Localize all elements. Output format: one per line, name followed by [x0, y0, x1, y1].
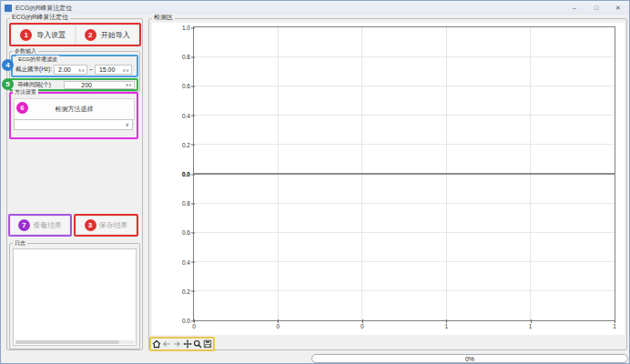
ytick-label: 0.2 — [170, 141, 190, 147]
annotation-box-view-results: 7 查看结果 — [8, 214, 72, 237]
cutoff-high-spinbox[interactable]: 15.00 ∧∨ — [95, 65, 132, 75]
cutoff-low-value: 2.00 — [55, 66, 71, 73]
log-horizontal-scrollbar[interactable] — [15, 340, 135, 344]
annotation-marker-2: 2 — [85, 29, 97, 41]
param-group-title: 参数输入 — [13, 47, 38, 55]
import-settings-button[interactable]: 1 导入设置 — [11, 25, 76, 45]
save-results-button[interactable]: 3 保存结果 — [76, 216, 137, 235]
scrollbar-thumb[interactable] — [15, 340, 119, 344]
xtick-label: 1 — [605, 323, 624, 329]
peak-interval-spinbox[interactable]: 200 ∧∨ — [64, 81, 135, 89]
ytick-label: 0.2 — [170, 288, 190, 294]
plot-axes: 1.0 0.8 0.6 0.4 0.2 0.0 0.8 0.6 0.4 0.2 … — [193, 26, 615, 321]
window-controls: – □ ✕ — [564, 1, 629, 15]
save-results-label: 保存结果 — [99, 220, 128, 230]
chevron-down-icon: ∨ — [126, 122, 129, 127]
cutoff-low-spinbox[interactable]: 2.00 ∧∨ — [54, 65, 87, 75]
ytick-label: 0.6 — [170, 229, 190, 236]
annotation-marker-6: 6 — [16, 102, 28, 114]
start-import-label: 开始导入 — [101, 30, 130, 40]
plot-toolbar — [149, 337, 215, 351]
annotation-marker-1: 1 — [20, 29, 32, 41]
bandpass-group-title: ECG的带通滤波 — [16, 56, 59, 63]
annotation-marker-4: 4 — [2, 59, 14, 71]
method-select-label: 检测方法选择 — [56, 105, 94, 114]
app-icon — [5, 5, 12, 12]
plot-panel-title: 检测区 — [152, 14, 175, 21]
ytick-label: 0.4 — [170, 112, 190, 118]
forward-arrow-icon[interactable] — [172, 339, 182, 349]
ytick-label-middle: 0.0 — [170, 171, 190, 177]
app-window: ECG的R峰算法定位 – □ ✕ ECG的R峰算法定位 1 导入设置 2 开始导… — [0, 0, 630, 364]
annotation-marker-5: 5 — [2, 78, 14, 90]
pan-icon[interactable] — [182, 339, 192, 349]
spinner-arrows-icon[interactable]: ∧∨ — [78, 67, 86, 73]
method-group-title: 方法设置 — [13, 88, 38, 96]
maximize-button[interactable]: □ — [585, 1, 607, 15]
minimize-button[interactable]: – — [564, 1, 585, 15]
xtick-label: 1 — [437, 323, 455, 329]
start-import-button[interactable]: 2 开始导入 — [76, 25, 140, 45]
view-results-button[interactable]: 7 查看结果 — [10, 216, 70, 235]
log-group-title: 日志 — [13, 239, 27, 247]
xtick-label: 1 — [522, 323, 540, 329]
left-panel-title: ECG的R峰算法定位 — [10, 14, 70, 21]
back-arrow-icon[interactable] — [161, 339, 171, 349]
progress-bar: 0% — [311, 354, 628, 363]
ytick-label: 1.0 — [170, 25, 190, 31]
xtick-label: 0 — [353, 323, 371, 329]
log-textarea[interactable] — [13, 248, 137, 346]
annotation-marker-3: 3 — [85, 219, 97, 231]
view-results-label: 查看结果 — [33, 220, 62, 230]
annotation-box-save-results: 3 保存结果 — [74, 214, 138, 237]
cutoff-separator: ~ — [89, 66, 93, 73]
close-button[interactable]: ✕ — [607, 1, 629, 15]
annotation-box-method: 检测方法选择 ∨ — [9, 92, 138, 139]
spinner-arrows-icon[interactable]: ∧∨ — [126, 82, 134, 87]
ytick-label: 0.8 — [170, 54, 190, 60]
cutoff-row: 截止频率(Hz): 2.00 ∧∨ ~ 15.00 ∧∨ — [15, 65, 135, 75]
xtick-label: 0 — [185, 323, 203, 329]
home-icon[interactable] — [151, 339, 161, 349]
peak-interval-value: 200 — [81, 82, 92, 88]
import-settings-label: 导入设置 — [36, 30, 66, 40]
title-bar: ECG的R峰算法定位 – □ ✕ — [1, 1, 629, 15]
progress-text: 0% — [465, 356, 474, 362]
cutoff-high-value: 15.00 — [96, 66, 116, 73]
window-title: ECG的R峰算法定位 — [15, 4, 72, 13]
xtick-label: 0 — [269, 323, 287, 329]
log-groupbox — [9, 243, 140, 349]
cutoff-label: 截止频率(Hz): — [15, 66, 52, 74]
ytick-label: 0.6 — [170, 83, 190, 89]
annotation-box-bandpass: ECG的带通滤波 截止频率(Hz): 2.00 ∧∨ ~ 15.00 ∧∨ — [11, 55, 138, 77]
annotation-marker-7: 7 — [18, 219, 30, 231]
spinner-arrows-icon[interactable]: ∧∨ — [123, 67, 131, 73]
ytick-label: 0.4 — [170, 258, 190, 265]
annotation-box-import: 1 导入设置 2 开始导入 — [9, 23, 141, 46]
zoom-icon[interactable] — [192, 339, 202, 349]
method-frame: 检测方法选择 — [14, 98, 135, 120]
method-combobox[interactable]: ∨ — [14, 119, 133, 130]
save-icon[interactable] — [203, 339, 213, 349]
ytick-label: 0.8 — [170, 200, 190, 207]
